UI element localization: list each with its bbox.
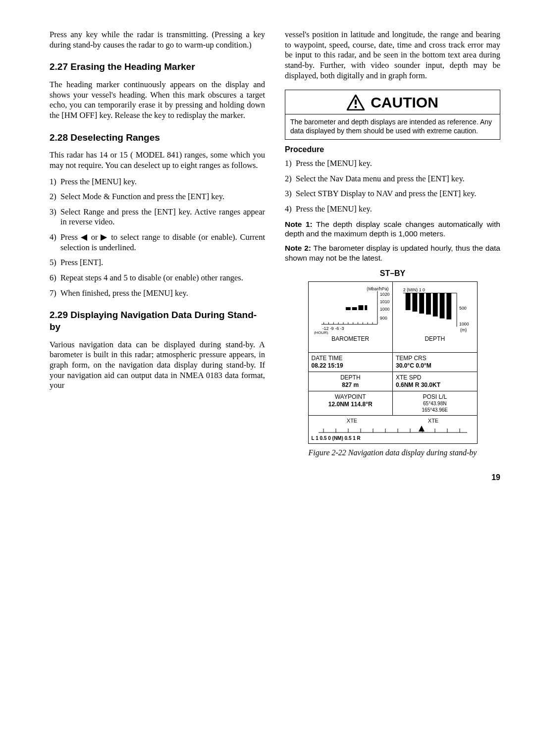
depth-cell: DEPTH 827 m bbox=[309, 372, 393, 391]
svg-rect-36 bbox=[426, 293, 431, 315]
depth-chart: 2 (MIN) 1 0 500 1000 (m) bbox=[392, 282, 477, 352]
s228-step-4: 4)Press ◀ or ▶ to select range to disabl… bbox=[50, 232, 265, 253]
proc-step-3: 3)Select STBY Display to NAV and press t… bbox=[285, 189, 500, 199]
svg-rect-9 bbox=[345, 307, 350, 310]
figure-caption: Figure 2-22 Navigation data display duri… bbox=[285, 448, 500, 458]
xte-spd-cell: XTE SPD 0.6NM R 30.0KT bbox=[392, 372, 477, 391]
svg-rect-35 bbox=[419, 293, 424, 314]
svg-text:1000: 1000 bbox=[379, 307, 389, 312]
svg-rect-12 bbox=[365, 305, 367, 310]
proc-step-1: 1)Press the [MENU] key. bbox=[285, 159, 500, 169]
svg-text:1010: 1010 bbox=[379, 299, 389, 304]
svg-text:500: 500 bbox=[459, 306, 467, 311]
page-number: 19 bbox=[50, 473, 500, 483]
svg-text:2 (MIN) 1       0: 2 (MIN) 1 0 bbox=[403, 287, 425, 292]
date-time-cell: DATE TIME 08.22 15:19 bbox=[309, 353, 393, 372]
section-2-27-title: 2.27 Erasing the Heading Marker bbox=[50, 61, 265, 73]
s228-step-1: 1)Press the [MENU] key. bbox=[50, 177, 265, 187]
svg-rect-37 bbox=[433, 293, 438, 317]
svg-marker-53 bbox=[419, 426, 425, 432]
caution-box: CAUTION The barometer and depth displays… bbox=[285, 90, 500, 140]
note-1: Note 1: The depth display scale changes … bbox=[285, 219, 500, 239]
svg-text:1020: 1020 bbox=[379, 292, 389, 297]
svg-text:900: 900 bbox=[379, 316, 387, 321]
svg-rect-10 bbox=[352, 307, 357, 310]
s228-step-3: 3)Select Range and press the [ENT] key. … bbox=[50, 207, 265, 227]
svg-text:(Mbar/hPa): (Mbar/hPa) bbox=[367, 286, 388, 291]
svg-rect-33 bbox=[406, 293, 411, 310]
svg-rect-34 bbox=[412, 293, 417, 312]
proc-step-2: 2)Select the Nav Data menu and press the… bbox=[285, 174, 500, 184]
section-2-28-title: 2.28 Deselecting Ranges bbox=[50, 132, 265, 144]
depth-label: DEPTH bbox=[396, 335, 474, 343]
intro-paragraph: Press any key while the radar is transmi… bbox=[50, 30, 265, 50]
s228-step-5: 5)Press [ENT]. bbox=[50, 258, 265, 268]
svg-rect-2 bbox=[355, 106, 357, 108]
svg-rect-38 bbox=[440, 293, 445, 319]
temp-crs-cell: TEMP CRS 30.0°C 0.0°M bbox=[392, 353, 477, 372]
s228-step-2: 2)Select Mode & Function and press the [… bbox=[50, 192, 265, 202]
svg-text:(HOUR): (HOUR) bbox=[314, 330, 328, 334]
posi-cell: POSI L/L 65°43.98N 165°43.96E bbox=[392, 391, 477, 415]
section-2-29-continued: vessel's position in latitude and longit… bbox=[285, 30, 500, 81]
s228-step-6: 6)Repeat steps 4 and 5 to disable (or en… bbox=[50, 273, 265, 283]
waypoint-cell: WAYPOINT 12.0NM 114.8°R bbox=[309, 391, 393, 415]
svg-rect-11 bbox=[358, 305, 363, 310]
caution-triangle-icon bbox=[347, 95, 365, 110]
proc-step-4: 4)Press the [MENU] key. bbox=[285, 204, 500, 215]
xte-scale: XTE XTE bbox=[309, 416, 477, 443]
barometer-label: BAROMETER bbox=[312, 335, 390, 343]
procedure-title: Procedure bbox=[285, 145, 500, 155]
barometer-chart: (Mbar/hPa) 1020 1010 1000 900 bbox=[309, 282, 393, 352]
section-2-29-title: 2.29 Displaying Navigation Data During S… bbox=[50, 309, 265, 333]
svg-rect-39 bbox=[446, 293, 451, 320]
section-2-28-intro: This radar has 14 or 15 ( MODEL 841) ran… bbox=[50, 150, 265, 170]
note-2: Note 2: The barometer display is updated… bbox=[285, 243, 500, 263]
nav-display: (Mbar/hPa) 1020 1010 1000 900 bbox=[308, 281, 478, 444]
stby-title: ST–BY bbox=[285, 269, 500, 278]
caution-body: The barometer and depth displays are int… bbox=[285, 114, 500, 139]
svg-rect-1 bbox=[355, 100, 357, 105]
s228-step-7: 7)When finished, press the [MENU] key. bbox=[50, 288, 265, 299]
svg-text:1000: 1000 bbox=[459, 322, 469, 326]
caution-title: CAUTION bbox=[371, 93, 438, 112]
section-2-29-body: Various navigation data can be displayed… bbox=[50, 340, 265, 391]
svg-text:(m): (m) bbox=[460, 327, 467, 332]
section-2-27-body: The heading marker continuously appears … bbox=[50, 80, 265, 121]
